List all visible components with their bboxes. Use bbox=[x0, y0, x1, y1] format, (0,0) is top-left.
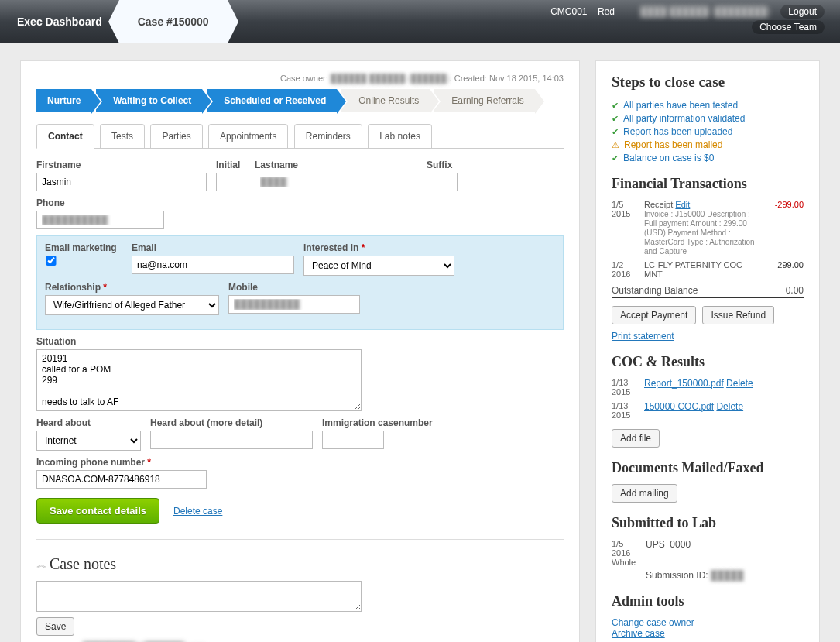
check-icon: ✔ bbox=[612, 101, 619, 111]
check-icon: ✔ bbox=[612, 127, 619, 137]
initial-input[interactable] bbox=[216, 173, 245, 191]
tab-labnotes[interactable]: Lab notes bbox=[368, 124, 432, 148]
username: ████ ██████ (████████) bbox=[640, 6, 770, 17]
check-icon: ✔ bbox=[612, 114, 619, 124]
pipeline-step-referrals[interactable]: Earning Referrals bbox=[434, 89, 534, 112]
lab-carrier: UPS bbox=[646, 539, 665, 550]
doc-date: 1/13 2015 bbox=[612, 401, 638, 420]
mobile-label: Mobile bbox=[228, 282, 360, 293]
case-tab[interactable]: Case #150000 bbox=[119, 0, 228, 43]
mobile-input[interactable] bbox=[228, 295, 360, 314]
choose-team-button[interactable]: Choose Team bbox=[752, 20, 825, 34]
outstanding-balance-value: 0.00 bbox=[786, 285, 804, 296]
case-owner-label: Case owner: bbox=[280, 74, 328, 83]
add-mailing-button[interactable]: Add mailing bbox=[612, 484, 677, 503]
phone-input[interactable] bbox=[36, 211, 164, 229]
situation-textarea[interactable]: 20191 called for a POM 299 needs to talk… bbox=[36, 349, 362, 411]
email-input[interactable] bbox=[132, 256, 294, 274]
delete-case-link[interactable]: Delete case bbox=[173, 506, 222, 517]
exec-dashboard-tab[interactable]: Exec Dashboard bbox=[0, 0, 119, 43]
fin-date: 1/2 2016 bbox=[612, 260, 638, 279]
doc-link[interactable]: Report_150000.pdf bbox=[644, 378, 724, 389]
immigration-label: Immigration casenumber bbox=[322, 417, 438, 428]
heard-label: Heard about bbox=[36, 417, 141, 428]
financial-title: Financial Transactions bbox=[612, 176, 804, 192]
heard-select[interactable]: Internet bbox=[36, 431, 141, 451]
edit-receipt-link[interactable]: Edit bbox=[675, 200, 690, 209]
main-panel: Case owner: ██████ ██████ (██████). Crea… bbox=[20, 60, 580, 642]
incoming-input[interactable] bbox=[36, 470, 207, 489]
firstname-input[interactable] bbox=[36, 173, 207, 191]
submission-id: █████ bbox=[711, 570, 744, 581]
step-item: ✔All party information validated bbox=[612, 113, 804, 124]
step-item: ⚠Report has been mailed bbox=[612, 139, 804, 150]
heard-detail-label: Heard about (more detail) bbox=[150, 417, 313, 428]
immigration-input[interactable] bbox=[322, 431, 384, 449]
pipeline: Nurture Waiting to Collect Scheduled or … bbox=[36, 89, 564, 112]
fin-desc: Receipt EditInvoice : J150000 Descriptio… bbox=[644, 200, 759, 256]
coc-title: COC & Results bbox=[612, 354, 804, 370]
email-marketing-label: Email marketing bbox=[45, 242, 122, 253]
pipeline-step-nurture[interactable]: Nurture bbox=[36, 89, 91, 112]
delete-doc-link[interactable]: Delete bbox=[726, 378, 753, 389]
tab-appointments[interactable]: Appointments bbox=[208, 124, 288, 148]
save-contact-button[interactable]: Save contact details bbox=[36, 498, 159, 524]
suffix-input[interactable] bbox=[427, 173, 458, 191]
archive-case-link[interactable]: Archive case bbox=[612, 628, 665, 639]
tab-contact[interactable]: Contact bbox=[36, 124, 94, 149]
relationship-label: Relationship * bbox=[45, 282, 219, 293]
fin-amount: -299.00 bbox=[765, 200, 804, 256]
email-label: Email bbox=[132, 242, 294, 253]
lab-title: Submitted to Lab bbox=[612, 515, 804, 531]
created-label: Created: bbox=[454, 74, 487, 83]
change-case-owner-link[interactable]: Change case owner bbox=[612, 617, 694, 628]
tab-tests[interactable]: Tests bbox=[100, 124, 145, 148]
topbar: Exec Dashboard Case #150000 CMC001 Red █… bbox=[0, 0, 840, 43]
lastname-input[interactable] bbox=[255, 173, 417, 191]
tab-reminders[interactable]: Reminders bbox=[294, 124, 362, 148]
doc-date: 1/13 2015 bbox=[612, 378, 638, 397]
warning-icon: ⚠ bbox=[612, 140, 619, 150]
relationship-select[interactable]: Wife/Girlfriend of Alleged Father bbox=[45, 295, 219, 315]
fin-desc: LC-FLY-PATERNITY-COC-MNT bbox=[644, 260, 759, 279]
email-marketing-checkbox[interactable] bbox=[45, 256, 57, 266]
pipeline-step-scheduled[interactable]: Scheduled or Received bbox=[207, 89, 337, 112]
issue-refund-button[interactable]: Issue Refund bbox=[702, 306, 774, 324]
pipeline-step-online[interactable]: Online Results bbox=[341, 89, 430, 112]
mailed-title: Documents Mailed/Faxed bbox=[612, 460, 804, 476]
incoming-label: Incoming phone number * bbox=[36, 457, 207, 468]
lastname-label: Lastname bbox=[255, 160, 417, 170]
team-code: CMC001 bbox=[550, 6, 587, 17]
print-statement-link[interactable]: Print statement bbox=[612, 331, 674, 342]
step-item: ✔Balance on case is $0 bbox=[612, 153, 804, 163]
suffix-label: Suffix bbox=[427, 160, 458, 170]
steps-title: Steps to close case bbox=[612, 74, 804, 91]
interested-label: Interested in * bbox=[303, 242, 454, 253]
check-icon: ✔ bbox=[612, 153, 619, 163]
step-item: ✔All parties have been tested bbox=[612, 100, 804, 111]
sidebar: Steps to close case ✔All parties have be… bbox=[595, 60, 820, 642]
firstname-label: Firstname bbox=[36, 160, 207, 170]
lab-tracking: 0000 bbox=[670, 539, 691, 550]
save-note-button[interactable]: Save bbox=[36, 617, 74, 636]
created-value: Nov 18 2015, 14:03 bbox=[489, 74, 564, 83]
tab-parties[interactable]: Parties bbox=[150, 124, 202, 148]
case-notes-title: Case notes bbox=[50, 555, 116, 573]
pipeline-step-waiting[interactable]: Waiting to Collect bbox=[96, 89, 202, 112]
delete-doc-link[interactable]: Delete bbox=[716, 401, 743, 412]
situation-label: Situation bbox=[36, 336, 362, 347]
phone-label: Phone bbox=[36, 197, 164, 208]
team-flag: Red bbox=[598, 6, 615, 17]
chevron-up-icon: ︽ bbox=[36, 558, 45, 572]
admin-title: Admin tools bbox=[612, 593, 804, 609]
step-item: ✔Report has been uploaded bbox=[612, 126, 804, 137]
initial-label: Initial bbox=[216, 160, 245, 170]
fin-date: 1/5 2015 bbox=[612, 200, 638, 256]
doc-link[interactable]: 150000 COC.pdf bbox=[644, 401, 714, 412]
submission-id-label: Submission ID: bbox=[646, 570, 708, 581]
case-note-textarea[interactable] bbox=[36, 581, 362, 612]
add-file-button[interactable]: Add file bbox=[612, 429, 660, 448]
interested-select[interactable]: Peace of Mind bbox=[303, 256, 454, 276]
accept-payment-button[interactable]: Accept Payment bbox=[612, 306, 696, 324]
heard-detail-input[interactable] bbox=[150, 431, 313, 449]
